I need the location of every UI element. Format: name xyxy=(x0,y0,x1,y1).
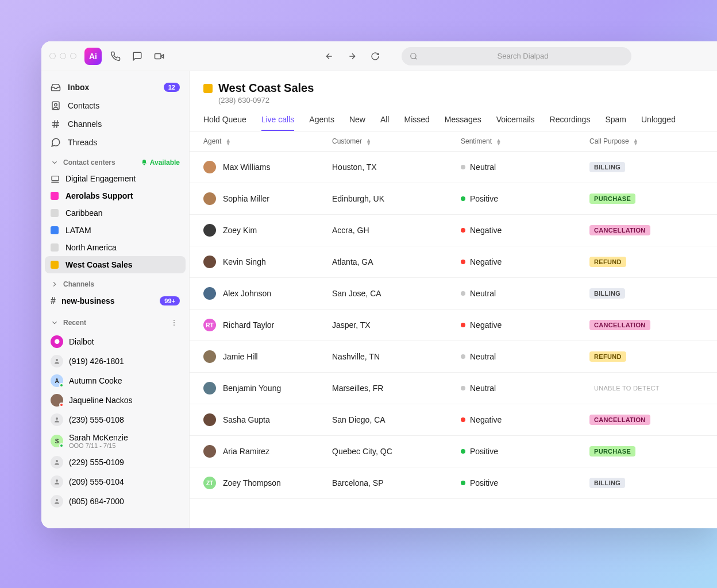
channel-new-business[interactable]: # new-business 99+ xyxy=(45,292,186,310)
center-aerolabs-support[interactable]: Aerolabs Support xyxy=(45,187,186,204)
more-icon[interactable] xyxy=(168,317,180,328)
center-swatch xyxy=(51,261,59,269)
col-header-sentiment[interactable]: Sentiment ▲▼ xyxy=(461,137,589,145)
agent-name: Sophia Miller xyxy=(223,194,269,203)
customer-location: San Jose, CA xyxy=(332,289,381,298)
sort-icon: ▲▼ xyxy=(496,138,501,145)
agent-name: Sasha Gupta xyxy=(223,415,270,424)
center-swatch xyxy=(203,84,213,93)
tab-new[interactable]: New xyxy=(349,115,365,131)
recent-label: Dialbot xyxy=(69,337,94,346)
recent-item[interactable]: (229) 555-0109 xyxy=(45,452,186,472)
customer-location: Marseilles, FR xyxy=(332,384,383,393)
nav-channels[interactable]: Channels xyxy=(45,115,186,133)
purpose-tag: BILLING xyxy=(589,478,625,488)
video-icon[interactable] xyxy=(151,48,167,64)
center-north-america[interactable]: North America xyxy=(45,239,186,256)
section-recent[interactable]: Recent xyxy=(45,310,186,332)
nav-threads[interactable]: Threads xyxy=(45,133,186,152)
laptop-icon xyxy=(51,175,59,183)
section-contact-centers[interactable]: Contact centers Available xyxy=(45,152,186,170)
tab-agents[interactable]: Agents xyxy=(309,115,334,131)
recent-item[interactable]: (209) 555-0104 xyxy=(45,472,186,492)
svg-point-3 xyxy=(55,103,57,106)
main-panel: West Coast Sales (238) 630-0972 Hold Que… xyxy=(190,71,717,528)
table-row[interactable]: Max Williams Houston, TX Neutral BILLING xyxy=(190,152,717,183)
contacts-icon xyxy=(51,100,61,111)
section-title: Contact centers xyxy=(63,158,115,167)
table-row[interactable]: RT Richard Taylor Jasper, TX Negative CA… xyxy=(190,310,717,341)
sentiment-dot xyxy=(461,260,465,264)
sort-icon: ▲▼ xyxy=(633,138,638,145)
center-label: LATAM xyxy=(65,226,91,235)
tab-hold-queue[interactable]: Hold Queue xyxy=(203,115,246,131)
center-digital-engagement[interactable]: Digital Engagement xyxy=(45,170,186,187)
recent-label: Jaqueline Nackos xyxy=(69,396,133,405)
back-icon[interactable] xyxy=(321,48,337,64)
availability-status[interactable]: Available xyxy=(141,158,180,167)
inbox-icon xyxy=(51,82,61,92)
traffic-max[interactable] xyxy=(70,53,76,59)
recent-item[interactable]: Jaqueline Nackos xyxy=(45,390,186,410)
table-row[interactable]: ZT Zoey Thompson Barcelona, SP Positive … xyxy=(190,467,717,499)
recent-item[interactable]: SSarah McKenzieOOO 7/11 - 7/15 xyxy=(45,430,186,452)
tab-voicemails[interactable]: Voicemails xyxy=(496,115,535,131)
agent-name: Aria Ramirez xyxy=(223,447,269,456)
tab-missed[interactable]: Missed xyxy=(404,115,429,131)
nav-inbox[interactable]: Inbox12 xyxy=(45,78,186,96)
recent-item[interactable]: Dialbot xyxy=(45,332,186,351)
traffic-min[interactable] xyxy=(60,53,66,59)
col-header-customer[interactable]: Customer ▲▼ xyxy=(332,137,461,145)
tab-unlogged[interactable]: Unlogged xyxy=(641,115,676,131)
search-box[interactable] xyxy=(402,47,631,65)
search-input[interactable] xyxy=(422,52,623,60)
sentiment-dot xyxy=(461,291,465,296)
table-row[interactable]: Kevin Singh Atlanta, GA Negative REFUND xyxy=(190,246,717,278)
sentiment-dot xyxy=(461,228,465,233)
recent-label: (209) 555-0104 xyxy=(69,477,124,486)
tab-messages[interactable]: Messages xyxy=(445,115,481,131)
recent-item[interactable]: (919) 426-1801 xyxy=(45,351,186,371)
col-header-agent[interactable]: Agent ▲▼ xyxy=(203,137,332,145)
sentiment-label: Negative xyxy=(470,415,502,424)
table-row[interactable]: Alex Johnson San Jose, CA Neutral BILLIN… xyxy=(190,278,717,310)
center-swatch xyxy=(51,226,59,234)
nav-contacts[interactable]: Contacts xyxy=(45,96,186,115)
table-row[interactable]: Sasha Gupta San Diego, CA Negative CANCE… xyxy=(190,404,717,436)
sort-icon: ▲▼ xyxy=(366,138,371,145)
nav-badge: 12 xyxy=(164,83,180,92)
table-row[interactable]: Zoey Kim Accra, GH Negative CANCELLATION xyxy=(190,215,717,246)
tab-spam[interactable]: Spam xyxy=(605,115,626,131)
col-header-purpose[interactable]: Call Purpose ▲▼ xyxy=(589,137,703,145)
phone-icon[interactable] xyxy=(107,48,124,64)
table-row[interactable]: Aria Ramirez Quebec City, QC Positive PU… xyxy=(190,436,717,467)
tab-live-calls[interactable]: Live calls xyxy=(261,115,295,131)
center-latam[interactable]: LATAM xyxy=(45,222,186,239)
recent-item[interactable]: (805) 684-7000 xyxy=(45,492,186,511)
tabs: Hold QueueLive callsAgentsNewAllMissedMe… xyxy=(190,105,717,131)
avatar: RT xyxy=(203,319,216,331)
center-west-coast-sales[interactable]: West Coast Sales xyxy=(45,256,186,273)
app-logo[interactable]: Ai xyxy=(84,48,102,65)
bell-icon xyxy=(141,159,148,166)
table-row[interactable]: Benjamin Young Marseilles, FR Neutral UN… xyxy=(190,373,717,404)
recent-label: (919) 426-1801 xyxy=(69,357,124,366)
tab-recordings[interactable]: Recordings xyxy=(550,115,591,131)
avatar: ZT xyxy=(203,477,216,489)
tab-all[interactable]: All xyxy=(380,115,390,131)
table-row[interactable]: Jamie Hill Nashville, TN Neutral REFUND xyxy=(190,341,717,373)
chat-icon[interactable] xyxy=(129,48,145,64)
refresh-icon[interactable] xyxy=(367,48,383,64)
center-caribbean[interactable]: Caribbean xyxy=(45,204,186,222)
channel-label: new-business xyxy=(61,296,115,305)
avatar xyxy=(51,475,63,488)
avatar: S xyxy=(51,435,63,447)
recent-item[interactable]: (239) 555-0108 xyxy=(45,410,186,430)
traffic-close[interactable] xyxy=(49,53,56,59)
sidebar: Inbox12 Contacts Channels Threads Contac… xyxy=(41,71,190,528)
table-row[interactable]: Sophia Miller Edinburgh, UK Positive PUR… xyxy=(190,183,717,215)
forward-icon[interactable] xyxy=(344,48,360,64)
nav-label: Channels xyxy=(68,119,102,129)
recent-item[interactable]: AAutumn Cooke xyxy=(45,371,186,390)
section-channels[interactable]: Channels xyxy=(45,273,186,292)
